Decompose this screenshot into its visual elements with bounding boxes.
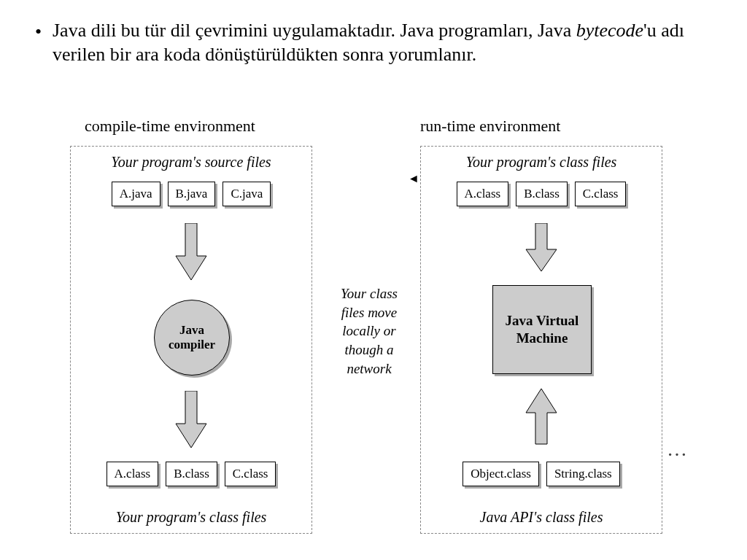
- compile-output-row: A.class B.class C.class: [71, 462, 311, 486]
- bullet-text: • Java dili bu tür dil çevrimini uygulam…: [53, 19, 703, 66]
- file-a-class-r: A.class: [457, 182, 509, 206]
- file-a-class: A.class: [107, 462, 159, 486]
- compile-top-caption: Your program's source files: [71, 154, 311, 171]
- bullet-em: bytecode: [576, 20, 643, 41]
- file-string-class: String.class: [546, 462, 620, 486]
- jvm-label: Java Virtual Machine: [493, 312, 591, 347]
- runtime-api-row: Object.class String.class: [421, 462, 662, 486]
- compile-source-row: A.java B.java C.java: [71, 182, 311, 206]
- compile-env-title: compile-time environment: [85, 117, 255, 136]
- small-arrow-icon: ◄: [408, 172, 419, 185]
- bullet-dot-icon: •: [35, 20, 42, 44]
- jvm-node: Java Virtual Machine: [492, 285, 592, 374]
- file-c-class: C.class: [225, 462, 276, 486]
- svg-marker-1: [176, 391, 206, 448]
- java-compiler-label: Java compiler: [155, 323, 229, 351]
- svg-marker-2: [526, 223, 557, 271]
- compile-bottom-caption: Your program's class files: [71, 509, 311, 526]
- file-object-class: Object.class: [462, 462, 539, 486]
- diagram: compile-time environment run-time enviro…: [70, 117, 711, 538]
- arrow-down-icon: [523, 223, 560, 273]
- java-compiler-node: Java compiler: [154, 300, 230, 376]
- file-c-class-r: C.class: [575, 182, 627, 206]
- file-c-java: C.java: [222, 182, 271, 206]
- svg-marker-0: [176, 223, 206, 280]
- file-b-java: B.java: [168, 182, 216, 206]
- runtime-top-caption: Your program's class files: [421, 154, 662, 171]
- arrow-down-icon: [173, 391, 209, 449]
- bullet-pre: Java dili bu tür dil çevrimini uygulamak…: [53, 20, 576, 41]
- ellipsis-icon: …: [667, 438, 687, 461]
- file-b-class: B.class: [166, 462, 217, 486]
- compile-panel: Your program's source files A.java B.jav…: [70, 146, 312, 534]
- runtime-panel: Your program's class files A.class B.cla…: [420, 146, 662, 534]
- runtime-class-row: A.class B.class C.class: [421, 182, 662, 206]
- file-b-class-r: B.class: [516, 182, 568, 206]
- runtime-env-title: run-time environment: [420, 117, 560, 136]
- arrow-up-icon: [523, 387, 560, 446]
- file-a-java: A.java: [112, 182, 160, 206]
- page: • Java dili bu tür dil çevrimini uygulam…: [0, 0, 747, 560]
- svg-marker-3: [526, 389, 557, 444]
- arrow-down-icon: [173, 223, 209, 281]
- runtime-bottom-caption: Java API's class files: [421, 509, 662, 526]
- middle-transfer-text: Your class files move locally or though …: [333, 284, 406, 378]
